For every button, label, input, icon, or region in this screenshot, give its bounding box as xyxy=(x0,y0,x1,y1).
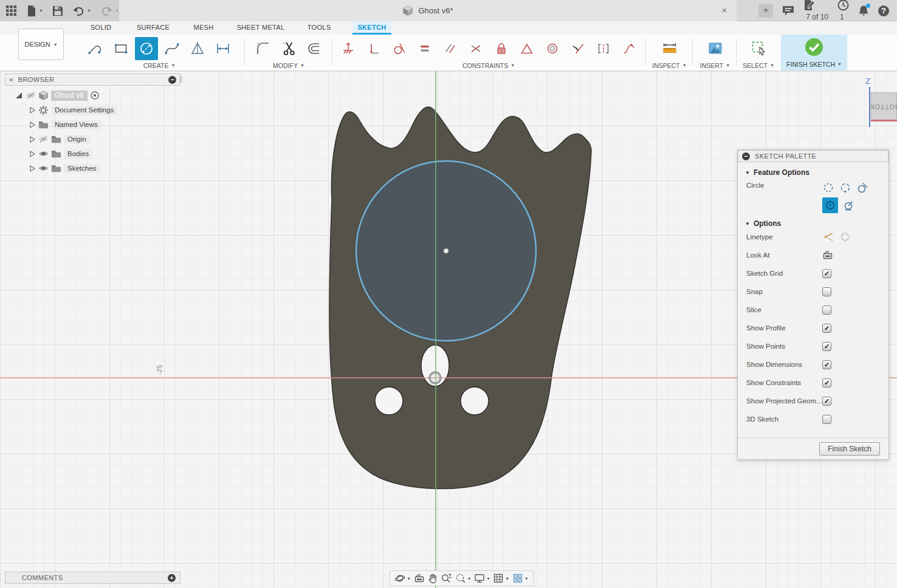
insert-group-label[interactable]: INSERT xyxy=(700,62,723,69)
look-at-button[interactable] xyxy=(414,573,425,584)
collapsed-arrow-icon[interactable] xyxy=(28,121,36,129)
select-group-label[interactable]: SELECT xyxy=(743,62,768,69)
equal-constraint-button[interactable] xyxy=(414,37,436,60)
show-constraints-checkbox[interactable]: ✓ xyxy=(822,378,831,388)
sketch-grid-checkbox[interactable]: ✓ xyxy=(822,269,831,278)
constraints-group-label[interactable]: CONSTRAINTS xyxy=(462,62,508,69)
document-tab[interactable]: Ghost v6* × xyxy=(119,0,737,21)
rectangle-tool-button[interactable] xyxy=(109,37,132,60)
viewports-button[interactable]: ▼ xyxy=(512,573,529,584)
show-dimensions-checkbox[interactable]: ✓ xyxy=(822,360,831,369)
finish-sketch-palette-button[interactable]: Finish Sketch xyxy=(819,442,880,456)
browser-collapse-icon[interactable]: « xyxy=(9,75,13,84)
center-diameter-circle-option-icon[interactable] xyxy=(822,182,834,194)
two-point-circle-option-icon[interactable] xyxy=(839,182,851,194)
spline-tool-button[interactable] xyxy=(160,37,184,60)
expand-triangle-icon[interactable] xyxy=(15,91,23,100)
line-tool-button[interactable] xyxy=(84,37,107,60)
browser-item-label[interactable]: Sketches xyxy=(64,164,100,173)
create-group-label[interactable]: CREATE xyxy=(143,62,169,69)
inspect-group-label[interactable]: INSPECT xyxy=(652,62,680,69)
tab-surface[interactable]: SURFACE xyxy=(132,21,174,35)
left-round-hole[interactable] xyxy=(375,387,403,415)
concentric-constraint-button[interactable] xyxy=(541,37,563,60)
modify-group-label[interactable]: MODIFY xyxy=(273,62,298,69)
visibility-eye-icon[interactable] xyxy=(38,150,49,157)
tab-sheet-metal[interactable]: SHEET METAL xyxy=(233,21,289,35)
browser-root-label[interactable]: Ghost v6 xyxy=(51,91,88,101)
show-profile-checkbox[interactable]: ✓ xyxy=(822,324,831,333)
add-comment-icon[interactable]: + xyxy=(168,574,176,582)
collapsed-arrow-icon[interactable] xyxy=(28,150,36,158)
circle-tool-button-active[interactable] xyxy=(135,37,158,60)
circle-center-point[interactable] xyxy=(444,248,448,253)
browser-item-origin[interactable]: Origin xyxy=(5,132,180,146)
fit-button[interactable]: ▼ xyxy=(455,573,472,584)
tangent-constraint-button[interactable] xyxy=(388,37,410,60)
notifications-bell-icon[interactable] xyxy=(858,5,869,16)
app-grid-icon[interactable] xyxy=(5,5,17,16)
new-tab-button[interactable]: + xyxy=(758,4,773,18)
tab-mesh[interactable]: MESH xyxy=(190,21,218,35)
perpendicular-constraint-button[interactable] xyxy=(465,37,487,60)
parallel-constraint-button[interactable] xyxy=(439,37,461,60)
finish-sketch-button[interactable]: FINISH SKETCH▼ xyxy=(781,35,847,70)
zoom-button[interactable] xyxy=(441,573,452,584)
two-tangent-circle-option-icon[interactable] xyxy=(843,199,855,211)
collinear-constraint-button[interactable] xyxy=(567,37,589,60)
document-versions-button[interactable]: 7 of 10 xyxy=(803,0,828,22)
save-button[interactable] xyxy=(52,5,63,16)
grid-snap-button[interactable]: ▼ xyxy=(493,573,509,584)
tab-tools[interactable]: TOOLS xyxy=(303,21,335,35)
construction-linetype-icon[interactable] xyxy=(822,231,834,243)
measure-tool-button[interactable] xyxy=(658,37,681,60)
fix-unfix-lock-button[interactable] xyxy=(490,37,512,60)
mirror-tool-button[interactable] xyxy=(186,37,209,60)
redo-button[interactable]: ▼ xyxy=(100,5,119,16)
undo-button[interactable]: ▼ xyxy=(72,5,91,16)
snap-checkbox[interactable] xyxy=(822,287,831,296)
browser-resize-handle[interactable] xyxy=(180,76,180,83)
tab-sketch[interactable]: SKETCH xyxy=(352,21,391,35)
comments-panel[interactable]: COMMENTS + xyxy=(5,572,180,584)
display-settings-button[interactable]: ▼ xyxy=(474,573,490,584)
orbit-button[interactable]: ▼ xyxy=(394,573,411,584)
polygon-constraint-button[interactable] xyxy=(516,37,538,60)
show-points-checkbox[interactable]: ✓ xyxy=(822,342,831,351)
trim-tool-button[interactable] xyxy=(277,37,300,60)
dimension-tool-button[interactable] xyxy=(211,37,235,60)
browser-minimize-icon[interactable]: − xyxy=(168,76,176,84)
visibility-eye-icon[interactable] xyxy=(38,165,49,172)
sketch-palette-header[interactable]: − SKETCH PALETTE xyxy=(738,150,888,162)
right-round-hole[interactable] xyxy=(461,387,489,415)
collapsed-arrow-icon[interactable] xyxy=(28,165,36,173)
browser-item-bodies[interactable]: Bodies xyxy=(5,146,180,161)
look-at-icon[interactable] xyxy=(822,250,833,261)
fix-constraint-button[interactable] xyxy=(337,37,359,60)
fillet-tool-button[interactable] xyxy=(252,37,275,60)
browser-header[interactable]: « BROWSER − xyxy=(5,74,180,86)
job-status-button[interactable]: 1 xyxy=(837,0,849,22)
visibility-eye-icon[interactable] xyxy=(26,92,36,99)
browser-item-label[interactable]: Named Views xyxy=(51,120,101,129)
palette-minimize-icon[interactable]: − xyxy=(742,152,750,160)
show-projected-geometry-checkbox[interactable]: ✓ xyxy=(822,397,831,406)
browser-item-label[interactable]: Origin xyxy=(64,135,90,144)
pan-button[interactable] xyxy=(427,573,438,584)
horizontal-vertical-constraint-button[interactable] xyxy=(363,37,385,60)
browser-item-label[interactable]: Document Settings xyxy=(51,106,117,115)
browser-item-named-views[interactable]: Named Views xyxy=(5,117,180,132)
3d-sketch-checkbox[interactable] xyxy=(822,415,831,424)
three-tangent-circle-option-icon[interactable] xyxy=(856,182,868,194)
browser-item-sketches[interactable]: Sketches xyxy=(5,161,180,176)
offset-tool-button[interactable] xyxy=(303,37,326,60)
symmetry-constraint-button[interactable] xyxy=(593,37,614,60)
browser-root-row[interactable]: Ghost v6 xyxy=(5,88,180,103)
slice-checkbox[interactable] xyxy=(822,306,831,315)
tab-solid[interactable]: SOLID xyxy=(86,21,115,35)
origin-point-marker[interactable] xyxy=(430,372,441,383)
help-icon[interactable]: ? xyxy=(878,5,889,16)
close-document-icon[interactable]: × xyxy=(718,4,730,16)
comment-icon[interactable] xyxy=(782,5,794,16)
collapsed-arrow-icon[interactable] xyxy=(28,106,36,114)
